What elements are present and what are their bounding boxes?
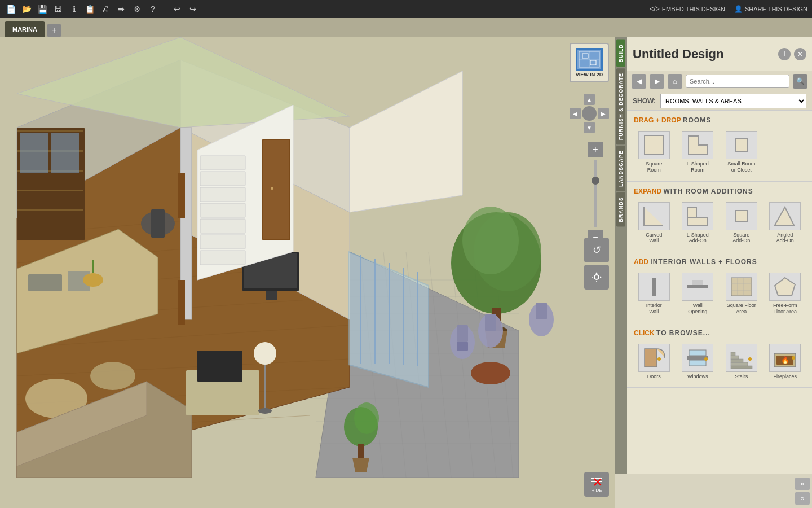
small-shape [735,138,748,152]
info-icon[interactable]: ℹ [68,3,80,15]
info-panel-button[interactable]: i [778,48,791,60]
panel-search-input[interactable] [686,75,789,88]
angled-addon[interactable]: AngledAdd-On [765,200,806,247]
hide-button[interactable]: HIDE [584,472,609,497]
fireplaces-label: Fireplaces [773,374,797,379]
show-dropdown[interactable]: ROOMS, WALLS & AREAS ALL FLOORS ONLY [660,94,806,108]
svg-rect-87 [457,325,468,342]
new-file-icon[interactable]: 📄 [5,3,17,15]
browse-stairs[interactable]: Stairs [721,341,762,382]
vert-tab-build[interactable]: BUILD [616,40,625,67]
svg-rect-64 [151,209,165,238]
l-shaped-addon-label: L-ShapedAdd-On [687,232,709,244]
svg-rect-96 [358,444,364,458]
angled-addon-label: AngledAdd-On [776,232,794,244]
print-icon[interactable]: 🖨 [99,3,112,15]
redo-icon[interactable]: ↪ [187,3,199,15]
svg-point-93 [471,362,510,384]
curved-wall[interactable]: CurvedWall [634,200,674,247]
blueprint-icon [576,48,603,71]
svg-rect-55 [200,187,245,202]
svg-rect-102 [582,54,588,58]
canvas[interactable]: VIEW IN 2D ▲ ▼ ◀ ▶ [0,37,615,508]
wall-opening[interactable]: WallOpening [678,270,718,317]
rotate-button[interactable]: ↺ [584,238,609,262]
save-icon[interactable]: 💾 [36,3,48,15]
zoom-track[interactable] [594,160,597,227]
room-small[interactable]: Small Roomor Closet [721,129,762,176]
l-shaped-addon[interactable]: L-ShapedAdd-On [678,200,718,247]
nav-right-button[interactable]: ▶ [598,108,609,119]
small-room-label: Small Roomor Closet [727,161,755,173]
expand-grid: CurvedWall L-ShapedAdd-On [634,200,805,247]
view-in-2d-button[interactable]: VIEW IN 2D [570,43,609,82]
square-floor-area[interactable]: Square FloorArea [721,270,762,317]
browse-windows[interactable]: Windows [678,341,718,382]
svg-rect-88 [457,342,468,351]
svg-point-46 [90,362,135,390]
tab-marina[interactable]: MARINA [5,21,45,37]
interior-section: ADD INTERIOR WALLS + FLOORS InteriorWall [627,252,812,323]
svg-point-125 [657,357,661,361]
close-panel-button[interactable]: ✕ [794,48,806,60]
zoom-thumb[interactable] [592,177,599,185]
back-button[interactable]: ◀ [632,74,646,89]
collapse-down-button[interactable]: » [795,492,810,505]
windows-label: Windows [687,374,708,379]
home-button[interactable]: ⌂ [668,74,682,89]
show-label: SHOW: [633,97,656,105]
help-icon[interactable]: ? [147,3,159,15]
square-addon-icon [726,202,757,230]
windows-icon [682,344,713,372]
room-l-shaped[interactable]: L-ShapedRoom [678,129,718,176]
svg-rect-54 [200,172,245,186]
freeform-floor-area[interactable]: Free-FormFloor Area [765,270,806,317]
svg-rect-39 [17,209,83,211]
vert-tab-brands[interactable]: BRANDS [616,192,625,227]
nav-down-button[interactable]: ▼ [584,122,595,133]
interior-wall-icon [638,273,670,301]
browse-doors[interactable]: Doors [634,341,674,382]
toolbar-left: 📄 📂 💾 🖫 ℹ 📋 🖨 ➡ ⚙ ? ↩ ↪ [5,3,199,15]
svg-rect-41 [51,133,79,173]
forward-button[interactable]: ▶ [650,74,664,89]
browse-fireplaces[interactable]: 🔥 Fireplaces [765,341,806,382]
svg-rect-35 [17,130,83,132]
settings-icon[interactable]: ⚙ [131,3,143,15]
share-button[interactable]: 👤 SHARE THIS DESIGN [734,5,807,13]
nav-up-button[interactable]: ▲ [584,94,595,105]
open-file-icon[interactable]: 📂 [20,3,33,15]
vert-tab-furnish[interactable]: FURNISH & DECORATE [616,68,625,144]
panel-title: Untitled Design [633,47,774,62]
tabbar: MARINA + [0,18,812,37]
svg-marker-122 [775,278,795,296]
zoom-in-button[interactable]: + [588,142,603,157]
settings-gear-button[interactable] [584,265,609,290]
panel-search-button[interactable]: 🔍 [793,74,807,89]
svg-point-135 [748,357,752,361]
svg-rect-68 [197,351,242,382]
curved-wall-label: CurvedWall [646,232,662,244]
svg-rect-131 [731,362,748,366]
collapse-up-button[interactable]: « [795,478,810,490]
navigation-controls: ▲ ▼ ◀ ▶ [570,94,609,133]
nav-center [582,106,597,121]
save-as-icon[interactable]: 🖫 [52,3,64,15]
vert-tab-landscape[interactable]: LANDSCAPE [616,146,625,191]
room-square[interactable]: SquareRoom [634,129,674,176]
svg-rect-62 [271,187,273,190]
embed-button[interactable]: </> EMBED THIS DESIGN [650,5,725,13]
pages-icon[interactable]: 📋 [83,3,96,15]
toolbar-right: </> EMBED THIS DESIGN 👤 SHARE THIS DESIG… [650,5,807,13]
drag-drop-section: DRAG + DROP ROOMS SquareRoom [627,111,812,182]
export-icon[interactable]: ➡ [115,3,127,15]
undo-icon[interactable]: ↩ [171,3,183,15]
square-addon[interactable]: SquareAdd-On [721,200,762,247]
interior-wall[interactable]: InteriorWall [634,270,674,317]
nav-left-button[interactable]: ◀ [570,108,581,119]
main-area: VIEW IN 2D ▲ ▼ ◀ ▶ [0,37,812,508]
stairs-label: Stairs [735,374,748,379]
svg-marker-109 [689,136,708,154]
square-addon-label: SquareAdd-On [732,232,750,244]
tab-add-button[interactable]: + [47,24,61,37]
